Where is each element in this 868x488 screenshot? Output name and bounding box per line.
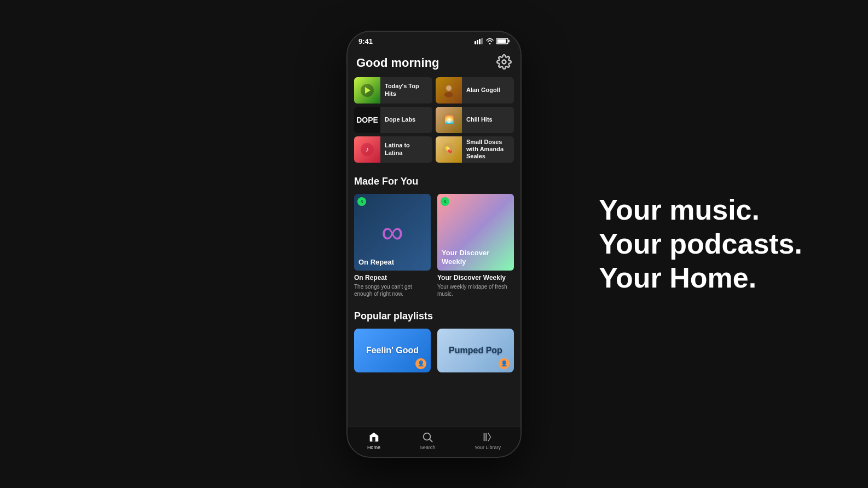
nav-item-search[interactable]: Search bbox=[420, 431, 436, 450]
svg-rect-5 bbox=[508, 40, 510, 43]
library-icon bbox=[482, 431, 494, 443]
svg-point-10 bbox=[444, 92, 453, 97]
svg-text:♪: ♪ bbox=[366, 146, 369, 153]
chill-icon: 🌅 bbox=[441, 112, 456, 128]
quick-thumb-alan bbox=[436, 77, 462, 104]
discover-desc: Your weekly mixtape of fresh music. bbox=[437, 283, 514, 297]
quick-item-top-hits[interactable]: Today's Top Hits bbox=[354, 77, 432, 104]
pumped-pop-label: Pumped Pop bbox=[449, 346, 502, 355]
discover-weekly-card[interactable]: ♫ Your Discover Weekly Your Discover Wee… bbox=[437, 194, 514, 297]
latina-icon: ♪ bbox=[360, 142, 375, 157]
signal-icon bbox=[474, 38, 483, 44]
home-svg bbox=[368, 431, 380, 443]
scroll-content[interactable]: Good morning Today's Top Hits bbox=[348, 48, 520, 426]
spotify-badge-discover: ♫ bbox=[441, 197, 449, 206]
svg-point-9 bbox=[446, 85, 452, 91]
feelin-avatar: 👤 bbox=[415, 358, 426, 369]
made-for-you-section: Made For You ♫ ∞ On Repeat On Repeat bbox=[348, 176, 520, 300]
on-repeat-title: On Repeat bbox=[354, 274, 431, 282]
quick-label-latina: Latina to Latina bbox=[380, 142, 432, 156]
svg-point-17 bbox=[424, 433, 431, 440]
on-repeat-thumb: ♫ ∞ On Repeat bbox=[354, 194, 431, 271]
alan-icon bbox=[441, 83, 456, 98]
quick-thumb-latina: ♪ bbox=[354, 136, 380, 163]
quick-label-chill: Chill Hits bbox=[462, 116, 497, 123]
on-repeat-card[interactable]: ♫ ∞ On Repeat On Repeat The songs you ca… bbox=[354, 194, 431, 297]
svg-rect-0 bbox=[474, 41, 476, 44]
home-icon bbox=[368, 431, 380, 443]
quick-item-chill[interactable]: 🌅 Chill Hits bbox=[436, 107, 514, 133]
quick-label-small-doses: Small Doses with Amanda Seales bbox=[462, 139, 514, 160]
search-label: Search bbox=[420, 445, 436, 450]
spotify-badge: ♫ bbox=[357, 197, 366, 206]
made-for-you-scroll[interactable]: ♫ ∞ On Repeat On Repeat The songs you ca… bbox=[348, 194, 520, 300]
settings-button[interactable] bbox=[496, 54, 512, 72]
status-time: 9:41 bbox=[358, 37, 373, 45]
greeting-title: Good morning bbox=[356, 56, 439, 70]
svg-rect-3 bbox=[481, 38, 483, 44]
made-for-you-title: Made For You bbox=[348, 176, 520, 194]
quick-thumb-dope: DOPE bbox=[354, 107, 380, 133]
popular-playlists-scroll[interactable]: Feelin' Good 👤 Pumped Pop 👤 bbox=[348, 329, 520, 375]
pumped-avatar: 👤 bbox=[499, 358, 510, 369]
popular-playlists-title: Popular playlists bbox=[348, 311, 520, 329]
library-svg bbox=[482, 431, 494, 443]
nav-item-home[interactable]: Home bbox=[367, 431, 380, 450]
popular-playlists-section: Popular playlists Feelin' Good 👤 Pumped … bbox=[348, 311, 520, 375]
quick-thumb-top-hits bbox=[354, 77, 380, 104]
discover-card-label: Your Discover Weekly bbox=[442, 249, 510, 266]
quick-label-top-hits: Today's Top Hits bbox=[380, 83, 432, 97]
status-icons bbox=[474, 38, 510, 44]
svg-rect-6 bbox=[497, 39, 506, 43]
tagline-line2: Your podcasts. bbox=[599, 227, 802, 261]
quick-label-dope: Dope Labs bbox=[380, 116, 420, 123]
svg-point-7 bbox=[502, 60, 506, 64]
bottom-nav: Home Search Your Library bbox=[348, 426, 520, 457]
on-repeat-desc: The songs you can't get enough of right … bbox=[354, 283, 431, 297]
small-doses-icon: 💊 bbox=[441, 142, 456, 157]
quick-item-dope[interactable]: DOPE Dope Labs bbox=[354, 107, 432, 133]
wifi-icon bbox=[485, 38, 494, 44]
discover-title: Your Discover Weekly bbox=[437, 274, 514, 282]
top-hits-icon bbox=[360, 83, 375, 98]
phone-frame: 9:41 Good morning bbox=[346, 31, 522, 458]
svg-rect-2 bbox=[479, 39, 481, 44]
quick-grid: Today's Top Hits Alan Gogoll DOPE Dope L… bbox=[348, 77, 520, 163]
svg-rect-1 bbox=[477, 40, 478, 44]
quick-thumb-chill: 🌅 bbox=[436, 107, 462, 133]
tagline-line3: Your Home. bbox=[599, 261, 802, 295]
battery-icon bbox=[496, 38, 510, 44]
discover-weekly-thumb: ♫ Your Discover Weekly bbox=[437, 194, 514, 271]
nav-item-library[interactable]: Your Library bbox=[474, 431, 501, 450]
on-repeat-card-label: On Repeat bbox=[358, 258, 394, 266]
tagline-block: Your music. Your podcasts. Your Home. bbox=[599, 193, 802, 295]
search-svg bbox=[421, 431, 433, 443]
search-icon bbox=[421, 431, 433, 443]
feelin-good-card[interactable]: Feelin' Good 👤 bbox=[354, 329, 431, 372]
library-label: Your Library bbox=[474, 445, 501, 450]
quick-label-alan: Alan Gogoll bbox=[462, 87, 505, 94]
gear-icon bbox=[496, 54, 512, 70]
tagline-line1: Your music. bbox=[599, 193, 802, 227]
quick-item-latina[interactable]: ♪ Latina to Latina bbox=[354, 136, 432, 163]
pumped-pop-card[interactable]: Pumped Pop 👤 bbox=[437, 329, 514, 372]
feelin-good-label: Feelin' Good bbox=[366, 346, 419, 355]
quick-thumb-small-doses: 💊 bbox=[436, 136, 462, 163]
quick-item-alan[interactable]: Alan Gogoll bbox=[436, 77, 514, 104]
on-repeat-symbol: ∞ bbox=[381, 217, 403, 248]
home-label: Home bbox=[367, 445, 380, 450]
svg-text:💊: 💊 bbox=[445, 146, 453, 153]
svg-text:🌅: 🌅 bbox=[444, 115, 454, 124]
svg-line-18 bbox=[430, 439, 432, 442]
page-header: Good morning bbox=[348, 48, 520, 77]
status-bar: 9:41 bbox=[348, 32, 520, 48]
quick-item-small-doses[interactable]: 💊 Small Doses with Amanda Seales bbox=[436, 136, 514, 163]
